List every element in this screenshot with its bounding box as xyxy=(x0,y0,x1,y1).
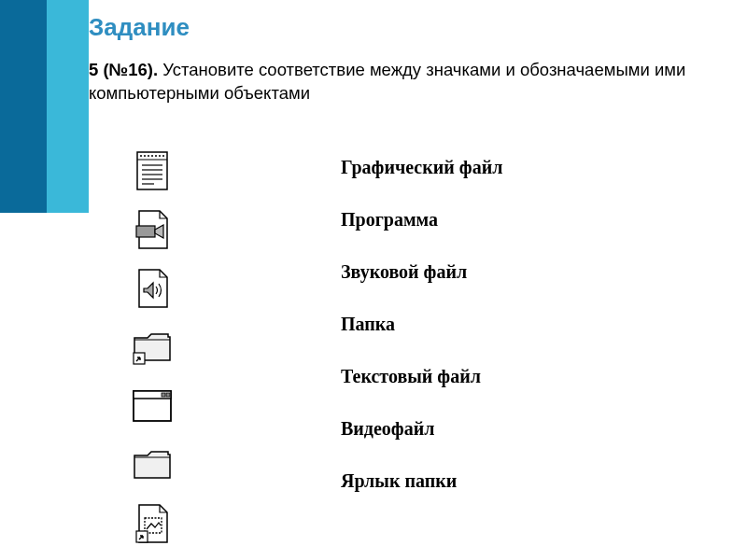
task-instruction: 5 (№16). Установите соответствие между з… xyxy=(89,59,733,105)
audio-file-icon xyxy=(131,267,174,310)
video-file-icon xyxy=(131,208,174,251)
folder-icon xyxy=(131,443,174,486)
folder-shortcut-icon xyxy=(131,326,174,369)
task-title: Задание xyxy=(89,13,733,42)
label-folder-shortcut: Ярлык папки xyxy=(341,470,502,492)
image-file-shortcut-icon xyxy=(131,502,174,545)
svg-point-8 xyxy=(162,155,164,157)
labels-column: Графический файл Программа Звуковой файл… xyxy=(341,157,502,492)
svg-point-2 xyxy=(140,155,142,157)
svg-rect-18 xyxy=(162,393,165,397)
text-file-icon xyxy=(131,149,174,192)
task-instruction-text: Установите соответствие между значками и… xyxy=(89,60,685,103)
svg-rect-14 xyxy=(136,226,155,237)
label-video-file: Видеофайл xyxy=(341,418,502,440)
program-window-icon xyxy=(131,385,174,427)
sidebar-accent-dark xyxy=(0,0,47,213)
svg-point-4 xyxy=(148,155,149,157)
svg-rect-19 xyxy=(166,393,170,397)
svg-point-7 xyxy=(159,155,161,157)
label-text-file: Текстовый файл xyxy=(341,366,502,387)
icons-column xyxy=(131,149,174,545)
label-graphic-file: Графический файл xyxy=(341,157,502,178)
label-program: Программа xyxy=(341,209,502,231)
svg-point-6 xyxy=(155,155,157,157)
svg-point-5 xyxy=(151,155,153,157)
svg-point-3 xyxy=(144,155,146,157)
sidebar-accent-light xyxy=(47,0,89,213)
label-audio-file: Звуковой файл xyxy=(341,261,502,283)
label-folder: Папка xyxy=(341,314,502,335)
task-number: 5 (№16). xyxy=(89,60,158,79)
